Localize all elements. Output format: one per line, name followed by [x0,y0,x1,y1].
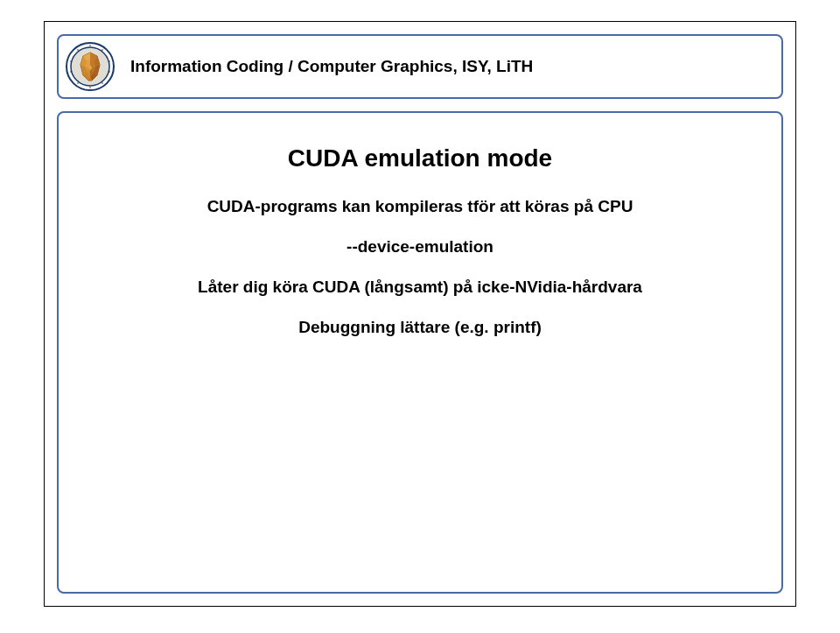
slide-frame: Information Coding / Computer Graphics, … [44,21,796,607]
body-line: --device-emulation [346,237,494,257]
svg-point-25 [102,82,103,84]
body-line: Debuggning lättare (e.g. printf) [298,318,542,337]
svg-point-21 [70,60,72,62]
header-title: Information Coding / Computer Graphics, … [130,57,533,76]
slide-title: CUDA emulation mode [288,144,552,172]
header-box: Information Coding / Computer Graphics, … [57,34,783,99]
svg-point-20 [77,49,79,51]
svg-point-24 [89,87,91,88]
body-line: Låter dig köra CUDA (långsamt) på icke-N… [198,278,642,297]
svg-point-28 [102,49,103,51]
logo-icon [66,42,115,91]
content-box: CUDA emulation mode CUDA-programs kan ko… [57,111,783,594]
svg-point-26 [108,71,110,73]
svg-point-27 [108,60,110,62]
svg-point-19 [89,45,91,46]
svg-point-22 [70,71,72,73]
body-line: CUDA-programs kan kompileras tför att kö… [207,197,634,216]
svg-point-23 [77,82,79,84]
